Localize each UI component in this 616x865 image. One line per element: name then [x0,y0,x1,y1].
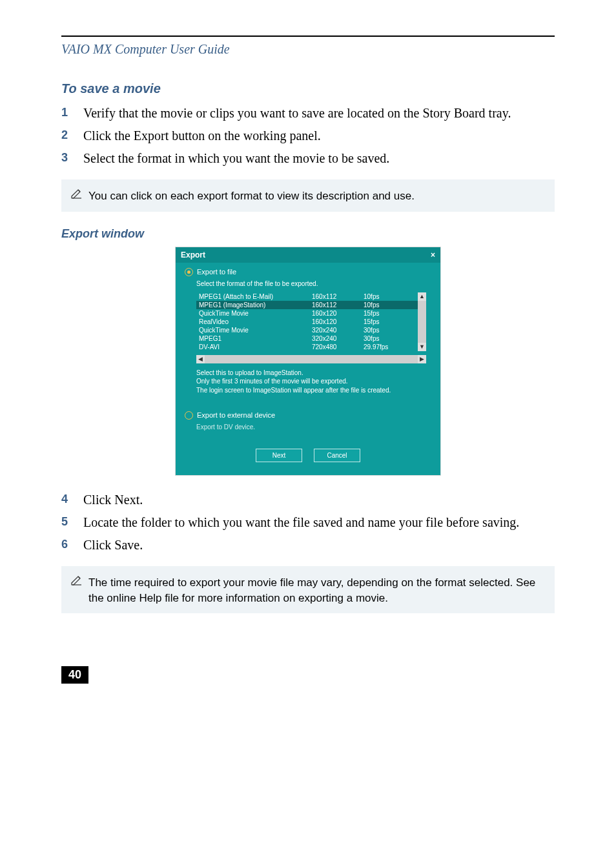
scroll-track[interactable] [418,301,426,343]
step-text: Locate the folder to which you want the … [83,513,519,532]
radio-selected-icon [185,268,193,276]
note-text: The time required to export your movie f… [88,574,546,606]
step-item: 5 Locate the folder to which you want th… [61,513,555,532]
format-name: QuickTime Movie [199,327,312,334]
close-icon[interactable]: × [431,250,435,260]
format-name: DV-AVI [199,343,312,351]
pencil-note-icon [70,187,83,203]
format-list[interactable]: MPEG1 (Attach to E-Mail)160x11210fpsMPEG… [196,292,418,351]
format-name: RealVideo [199,318,312,325]
dialog-title: Export [181,250,205,260]
desc-line: Select this to upload to ImageStation. [196,369,426,378]
format-resolution: 160x120 [312,318,364,325]
step-item: 4 Click Next. [61,491,555,509]
format-row[interactable]: MPEG1 (ImageStation)160x11210fps [196,301,418,309]
step-text: Select the format in which you want the … [83,149,389,168]
figure-caption-export-window: Export window [61,227,555,241]
note-text: You can click on each export format to v… [88,187,415,204]
format-resolution: 320x240 [312,335,364,342]
format-row[interactable]: MPEG1320x24030fps [196,334,418,343]
step-number: 5 [61,513,69,532]
scroll-down-icon[interactable]: ▼ [418,343,426,351]
step-number: 4 [61,491,69,509]
note-box: The time required to export your movie f… [61,566,555,614]
pencil-note-icon [70,574,83,590]
desc-line: The login screen to ImageStation will ap… [196,386,426,395]
radio-unselected-icon [185,411,193,420]
format-name: MPEG1 (Attach to E-Mail) [199,293,312,300]
step-item: 1 Verify that the movie or clips you wan… [61,104,555,123]
radio-label: Export to external device [197,411,275,419]
step-number: 6 [61,536,69,555]
dialog-titlebar: Export × [176,247,440,263]
scroll-up-icon[interactable]: ▲ [418,292,426,301]
radio-label: Export to file [197,268,236,276]
steps-list-top: 1 Verify that the movie or clips you wan… [61,104,555,168]
step-text: Click the Export button on the working p… [83,127,321,145]
format-row[interactable]: MPEG1 (Attach to E-Mail)160x11210fps [196,292,418,301]
radio-export-to-external[interactable]: Export to external device [185,411,431,420]
radio-export-to-file[interactable]: Export to file [185,268,431,276]
cancel-button[interactable]: Cancel [314,449,360,462]
format-fps: 30fps [364,327,402,334]
note-box: You can click on each export format to v… [61,179,555,212]
external-device-label: Export to DV device. [196,423,431,431]
scroll-left-icon[interactable]: ◀ [196,355,205,363]
format-description: Select this to upload to ImageStation. O… [196,369,426,403]
format-fps: 15fps [364,318,402,325]
sub-instruction: Select the format of the file to be expo… [196,280,431,287]
format-row[interactable]: RealVideo160x12015fps [196,318,418,326]
running-head: VAIO MX Computer User Guide [61,42,555,57]
format-row[interactable]: QuickTime Movie320x24030fps [196,326,418,334]
format-resolution: 720x480 [312,343,364,351]
format-resolution: 160x112 [312,293,364,300]
step-item: 3 Select the format in which you want th… [61,149,555,168]
step-number: 2 [61,127,69,145]
step-text: Verify that the movie or clips you want … [83,104,511,123]
vertical-scrollbar[interactable]: ▲ ▼ [418,292,426,351]
scroll-track[interactable] [205,355,418,363]
format-fps: 15fps [364,310,402,317]
step-number: 1 [61,104,69,123]
format-row[interactable]: DV-AVI720x48029.97fps [196,343,418,351]
format-name: QuickTime Movie [199,310,312,317]
section-title-save-movie: To save a movie [61,81,555,96]
horizontal-scrollbar[interactable]: ◀ ▶ [196,355,426,363]
page-number: 40 [61,666,88,684]
format-name: MPEG1 (ImageStation) [199,301,312,309]
step-item: 6 Click Save. [61,536,555,555]
steps-list-bottom: 4 Click Next. 5 Locate the folder to whi… [61,491,555,555]
scroll-right-icon[interactable]: ▶ [418,355,426,363]
step-text: Click Save. [83,536,143,555]
format-resolution: 160x120 [312,310,364,317]
format-resolution: 160x112 [312,301,364,309]
step-item: 2 Click the Export button on the working… [61,127,555,145]
format-fps: 10fps [364,293,402,300]
next-button[interactable]: Next [256,449,302,462]
format-fps: 10fps [364,301,402,309]
step-text: Click Next. [83,491,143,509]
format-resolution: 320x240 [312,327,364,334]
export-dialog: Export × Export to file Select the forma… [176,247,440,475]
format-row[interactable]: QuickTime Movie160x12015fps [196,309,418,318]
desc-line: Only the first 3 minutes of the movie wi… [196,377,426,386]
format-fps: 30fps [364,335,402,342]
step-number: 3 [61,149,69,168]
format-fps: 29.97fps [364,343,402,351]
format-name: MPEG1 [199,335,312,342]
